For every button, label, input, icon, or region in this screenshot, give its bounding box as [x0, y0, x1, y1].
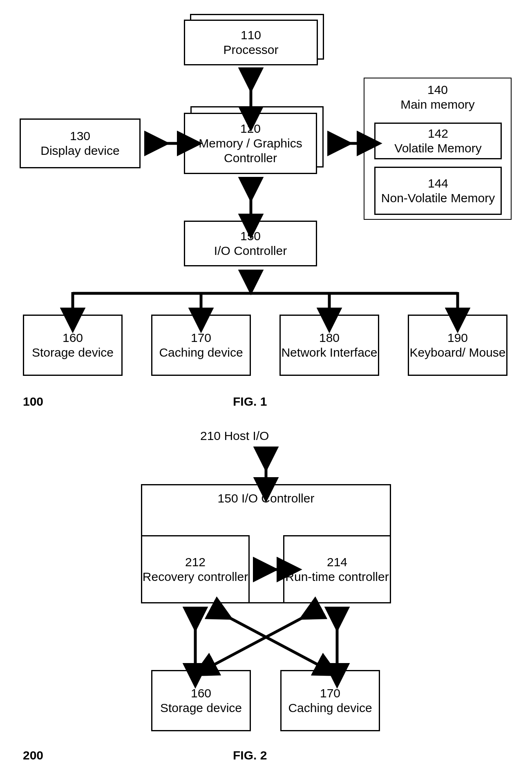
hostio-label-line: 210 Host I/O [200, 429, 269, 443]
display-num: 130 [70, 129, 90, 143]
ioctrl-box: 150 I/O Controller [184, 221, 317, 266]
runtime-label: Run-time controller [285, 569, 389, 584]
fig2-storage-num: 160 [191, 686, 211, 701]
netif-num: 180 [319, 331, 340, 345]
storage-label: Storage device [32, 345, 114, 360]
hostio-num: 210 [200, 429, 221, 442]
processor-label: Processor [223, 42, 278, 57]
fig2-caching-num: 170 [320, 686, 340, 701]
fig2-ioctrl-label: I/O Controller [241, 491, 314, 505]
caching-box: 170 Caching device [151, 315, 251, 376]
memgfx-box: 120 Memory / Graphics Controller [184, 113, 317, 174]
recovery-box: 212 Recovery controller [141, 535, 250, 603]
kbmouse-label: Keyboard/ Mouse [409, 345, 505, 360]
svg-line-14 [212, 609, 319, 665]
mainmem-num: 140 [364, 83, 511, 97]
runtime-box: 214 Run-time controller [283, 535, 391, 603]
nvolmem-num: 144 [428, 176, 448, 191]
recovery-num: 212 [185, 555, 206, 569]
fig2-ref: 200 [23, 748, 43, 762]
nvolmem-label: Non-Volatile Memory [381, 191, 495, 205]
fig1-caption: FIG. 1 [233, 395, 267, 409]
kbmouse-box: 190 Keyboard/ Mouse [408, 315, 507, 376]
memgfx-label: Memory / Graphics Controller [185, 136, 316, 165]
mainmem-label: Main memory [364, 97, 511, 112]
storage-num: 160 [63, 331, 83, 345]
svg-line-15 [213, 609, 320, 665]
runtime-num: 214 [327, 555, 347, 569]
caching-label: Caching device [159, 345, 243, 360]
fig2-caching-box: 170 Caching device [280, 670, 380, 731]
kbmouse-num: 190 [447, 331, 468, 345]
volmem-num: 142 [428, 126, 448, 141]
processor-num: 110 [241, 28, 261, 42]
display-label: Display device [40, 143, 119, 158]
netif-box: 180 Network Interface [279, 315, 379, 376]
fig1-ref: 100 [23, 395, 43, 409]
fig2-caption: FIG. 2 [233, 748, 267, 762]
ioctrl-num: 150 [240, 229, 261, 243]
display-box: 130 Display device [20, 118, 141, 168]
memgfx-num: 120 [240, 121, 261, 136]
nvolmem-box: 144 Non-Volatile Memory [374, 167, 502, 215]
volmem-label: Volatile Memory [394, 141, 481, 156]
fig2-storage-box: 160 Storage device [151, 670, 251, 731]
fig2-caching-label: Caching device [288, 701, 372, 715]
storage-box: 160 Storage device [23, 315, 123, 376]
fig2-storage-label: Storage device [160, 701, 242, 715]
diagram-page: 110 Processor 120 Memory / Graphics Cont… [0, 0, 532, 766]
fig2-ioctrl-num: 150 [218, 491, 238, 505]
recovery-label: Recovery controller [143, 569, 248, 584]
hostio-label: Host I/O [224, 429, 269, 442]
volmem-box: 142 Volatile Memory [374, 123, 502, 159]
netif-label: Network Interface [281, 345, 377, 360]
ioctrl-label: I/O Controller [214, 243, 287, 258]
processor-box: 110 Processor [184, 20, 318, 65]
caching-num: 170 [191, 331, 211, 345]
